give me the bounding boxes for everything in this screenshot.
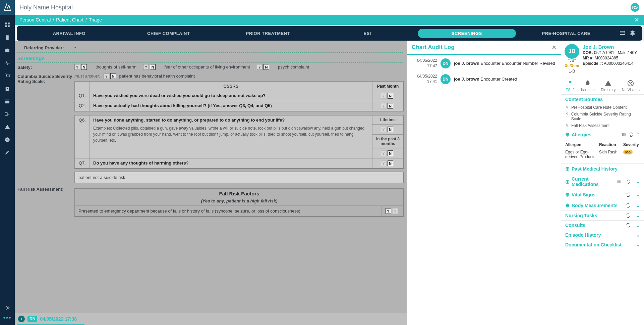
nav-tree-icon[interactable] [4, 111, 11, 118]
current-medications[interactable]: ⊕Current Medications ⌄ [561, 174, 644, 189]
refresh-icon[interactable] [626, 179, 631, 184]
dn-badge[interactable]: DN [27, 316, 37, 322]
q1-y[interactable]: Y [381, 93, 387, 99]
vital-signs[interactable]: ⊕Vital Signs ⌄ [561, 189, 644, 200]
tab-arrival-info[interactable]: ARRIVAL INFO [20, 29, 118, 38]
nav-edit-icon[interactable] [4, 149, 11, 156]
yn-n[interactable]: N [81, 64, 87, 70]
audit-item: 04/05/202217:47 DN joe J. brown Encounte… [412, 58, 556, 68]
patient-nickname: "JB" [568, 58, 576, 63]
tab-chief-complaint[interactable]: CHIEF COMPLAINT [120, 29, 218, 38]
refresh-icon[interactable] [626, 192, 631, 197]
consults[interactable]: Consults ⌄ [561, 221, 644, 230]
q6-past3-n[interactable]: N [388, 150, 393, 156]
chevron-up-icon[interactable]: ⌃ [636, 131, 640, 138]
breadcrumb-triage[interactable]: Triage [89, 17, 102, 22]
breadcrumb-patient-chart[interactable]: Patient Chart [56, 17, 83, 22]
allergy-row[interactable]: Eggs or Egg-derived ProductsSkin RashMo [565, 148, 640, 160]
nav-expand-icon[interactable] [4, 305, 11, 311]
past-medical-history[interactable]: ⊕Past Medical History [561, 164, 644, 174]
fall-q1-y[interactable]: Y [386, 208, 391, 214]
app-logo[interactable] [0, 0, 15, 15]
audit-user-badge: DN [441, 58, 451, 68]
svg-point-10 [8, 114, 9, 115]
tab-pre-hospital[interactable]: PRE-HOSPITAL CARE [517, 29, 616, 38]
body-measurements[interactable]: ⊕Body Measurements ⌄ [561, 200, 644, 211]
refresh-icon[interactable] [626, 213, 631, 218]
list-view-icon[interactable] [619, 30, 626, 38]
source-item[interactable]: Columbia Suicide Severity Rating Scale [565, 111, 640, 122]
q6-past3-y[interactable]: Y [381, 150, 387, 156]
yn-y[interactable]: Y [104, 73, 109, 79]
fall-q1-n[interactable]: N [392, 208, 398, 214]
q7-n[interactable]: N [388, 160, 393, 166]
q6-lifetime-n[interactable]: N [388, 127, 393, 132]
refresh-icon[interactable] [626, 223, 631, 228]
safety-item-1: thoughts of self-harm [96, 64, 136, 69]
q1-text: Have you wished you were dead or wished … [90, 91, 372, 101]
tab-esi[interactable]: ESI [318, 29, 417, 38]
user-avatar[interactable]: RS [631, 3, 639, 12]
add-button[interactable]: + [18, 316, 25, 322]
nav-cart-icon[interactable] [4, 73, 11, 79]
barcode-icon[interactable] [617, 179, 621, 184]
q2-text: Have you actually had thoughts about kil… [90, 101, 372, 111]
svg-point-15 [631, 82, 632, 83]
source-item[interactable]: Fall Risk Assessment [565, 122, 640, 129]
audit-close-icon[interactable]: ✕ [552, 44, 556, 51]
tabs: ARRIVAL INFO CHIEF COMPLAINT PRIOR TREAT… [17, 26, 642, 41]
nav-heart-icon[interactable] [4, 60, 11, 66]
referring-provider-value: - [74, 45, 76, 50]
past-month-label: Past Month [372, 82, 403, 91]
documentation-checklist[interactable]: Documentation Checklist⌄ [561, 240, 644, 249]
directory-badge[interactable]: Directory [601, 80, 616, 92]
yn-n[interactable]: N [264, 64, 269, 70]
refresh-icon[interactable] [626, 203, 631, 208]
nav-clipboard-icon[interactable] [4, 34, 11, 41]
svg-point-14 [629, 82, 631, 83]
nav-dashboard-icon[interactable] [4, 21, 11, 28]
yn-n[interactable]: N [110, 73, 116, 79]
close-icon[interactable]: ✕ [634, 16, 639, 24]
svg-point-8 [5, 112, 6, 113]
allergies-title[interactable]: Allergies [572, 132, 620, 137]
nav-hospital-icon[interactable] [4, 85, 11, 92]
yn-n[interactable]: N [150, 64, 156, 70]
yn-y[interactable]: Y [143, 64, 149, 70]
patient-name[interactable]: Joe J. Brown [583, 44, 637, 50]
barcode-icon[interactable] [622, 132, 626, 137]
nav-calendar-icon[interactable] [4, 98, 11, 105]
nursing-tasks[interactable]: Nursing Tasks ⌄ [561, 211, 644, 220]
episode-history[interactable]: Episode History⌄ [561, 230, 644, 240]
q2-n[interactable]: N [388, 103, 393, 109]
nav-alert-icon[interactable] [4, 124, 11, 130]
no-visitors-badge[interactable]: No Visitors [622, 80, 640, 92]
yn-y[interactable]: Y [257, 64, 262, 70]
svg-point-18 [567, 124, 568, 126]
past3-label: In the past 3 months [372, 134, 403, 148]
isolation-badge[interactable]: Isolation [581, 80, 595, 92]
add-allergy-icon[interactable]: ⊕ [565, 131, 570, 138]
nav-check-icon[interactable] [4, 136, 11, 143]
q1-n[interactable]: N [388, 93, 393, 99]
source-item[interactable]: PreHospital Care Note Content [565, 104, 640, 111]
q6-lifetime-y[interactable]: Y [381, 127, 387, 132]
layers-icon[interactable] [629, 30, 636, 38]
svg-point-12 [569, 81, 571, 83]
yn-y[interactable]: Y [74, 64, 80, 70]
q7-text: Do you have any thoughts of harming othe… [90, 158, 372, 168]
tab-screenings[interactable]: SCREENINGS [418, 29, 516, 38]
bottom-bar: + DN 04/05/2022 17:38 [15, 313, 407, 325]
q2-y[interactable]: Y [381, 103, 387, 109]
svg-rect-2 [5, 26, 7, 27]
svg-rect-7 [5, 100, 9, 103]
fall-risk-label: Fall Risk Assessment: [17, 186, 74, 192]
tab-prior-treatment[interactable]: PRIOR TREATMENT [219, 29, 317, 38]
nav-more-icon[interactable]: ••• [3, 315, 12, 322]
q7-y[interactable]: Y [381, 160, 387, 166]
nav-briefcase-icon[interactable] [4, 47, 11, 54]
breadcrumb-person-central[interactable]: Person Central [19, 17, 51, 22]
esi-badge[interactable]: ESI 2 [566, 80, 575, 92]
suicide-risk-note[interactable]: patient not a suicide risk [74, 172, 404, 183]
refresh-icon[interactable] [629, 132, 634, 137]
